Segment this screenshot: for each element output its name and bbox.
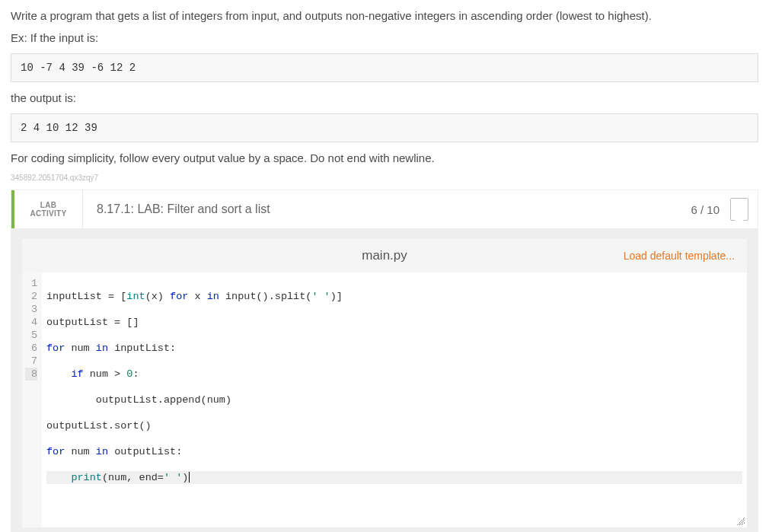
lab-header: LAB ACTIVITY 8.17.1: LAB: Filter and sor… (11, 190, 758, 228)
lab-badge-line2: ACTIVITY (30, 209, 67, 218)
signature-id: 345892.2051704.qx3zqy7 (11, 174, 758, 182)
load-default-template-link[interactable]: Load default template... (624, 250, 735, 262)
code-editor[interactable]: 12345678 inputList = [int(x) for x in in… (22, 272, 747, 528)
instructions-section: Write a program that gets a list of inte… (11, 9, 758, 182)
code-area[interactable]: inputList = [int(x) for x in input().spl… (42, 272, 747, 527)
lab-panel: LAB ACTIVITY 8.17.1: LAB: Filter and sor… (11, 190, 758, 532)
text-cursor (189, 472, 190, 483)
editor: main.py Load default template... 1234567… (22, 239, 747, 528)
example-output-block: 2 4 10 12 39 (11, 113, 758, 142)
editor-tab-bar: main.py Load default template... (22, 239, 747, 272)
instruction-text: the output is: (11, 91, 758, 104)
line-number-gutter: 12345678 (22, 272, 42, 527)
instruction-text: Write a program that gets a list of inte… (11, 9, 758, 22)
example-input-block: 10 -7 4 39 -6 12 2 (11, 53, 758, 82)
resize-handle-icon[interactable] (737, 518, 745, 525)
file-tab[interactable]: main.py (362, 248, 407, 263)
lab-score: 6 / 10 (691, 190, 727, 228)
instruction-text: Ex: If the input is: (11, 31, 758, 44)
instruction-text: For coding simplicity, follow every outp… (11, 151, 758, 164)
lab-badge-line1: LAB (40, 201, 56, 209)
bookmark-icon[interactable] (730, 198, 748, 221)
lab-activity-badge: LAB ACTIVITY (14, 190, 83, 228)
lab-title: 8.17.1: LAB: Filter and sort a list (83, 190, 691, 228)
